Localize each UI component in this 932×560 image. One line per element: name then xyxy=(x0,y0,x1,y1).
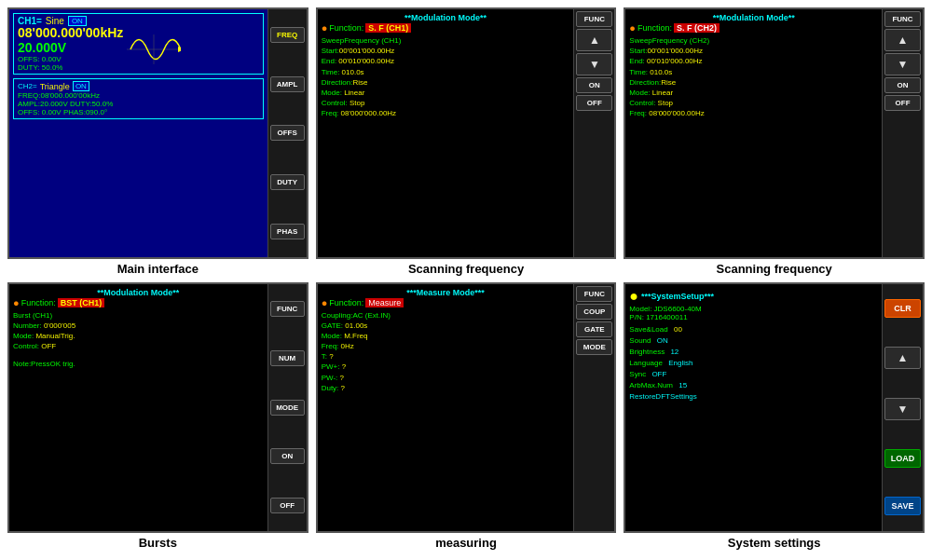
scan2-func-line: ● Function: S. F (CH2) xyxy=(629,22,878,34)
ampl-button[interactable]: AMPL xyxy=(270,76,305,92)
top-row: CH1= Sine ON 08'000.000'00kHz 20.000V OF… xyxy=(7,7,925,279)
sys-param-2-key: Brightness xyxy=(629,348,665,356)
measure-mode-btn[interactable]: MODE xyxy=(576,339,612,355)
measure-param-2: Freq: 0Hz xyxy=(322,341,570,351)
sys-param-0: Save&Load 00 xyxy=(629,324,878,335)
scanning-freq-2-screen: **Modulation Mode** ● Function: S. F (CH… xyxy=(624,7,925,259)
freq-button[interactable]: FREQ xyxy=(270,27,305,43)
measure-param-1: Mode: M.Freq xyxy=(322,331,570,341)
scan2-param-0: Start:00'001'000.00Hz xyxy=(629,46,878,56)
measure-func-btn[interactable]: FUNC xyxy=(576,286,612,302)
bursts-screen: **Modulation Mode** ● Function: BST (CH1… xyxy=(7,282,308,534)
scan2-down-btn[interactable]: ▼ xyxy=(884,53,921,75)
main-interface-screen: CH1= Sine ON 08'000.000'00kHz 20.000V OF… xyxy=(7,7,308,259)
measure-param-4: PW+: ? xyxy=(322,362,570,372)
main-buttons: FREQ AMPL OFFS DUTY PHAS xyxy=(267,9,307,257)
scanning-freq-2-panel: **Modulation Mode** ● Function: S. F (CH… xyxy=(624,7,925,279)
scan1-func-btn[interactable]: FUNC xyxy=(576,11,612,27)
scan2-title: **Modulation Mode** xyxy=(629,13,878,22)
sys-param-3-key: Language xyxy=(629,359,663,367)
sys-param-2-val: 12 xyxy=(670,348,678,356)
measure-coup-btn[interactable]: COUP xyxy=(576,304,612,320)
burst-content: **Modulation Mode** ● Function: BST (CH1… xyxy=(9,284,267,532)
sys-down-btn[interactable]: ▼ xyxy=(884,398,921,420)
system-content: ● ***SystemSetup*** Model: JDS6600-40M P… xyxy=(625,284,882,532)
measuring-panel: ***Measure Mode*** ● Function: Measure C… xyxy=(316,282,617,553)
scan2-off-btn[interactable]: OFF xyxy=(884,95,921,111)
ch2-waveform: Triangle xyxy=(40,82,70,91)
burst-func-sub: Burst (CH1) xyxy=(13,310,264,321)
main-screen-content: CH1= Sine ON 08'000.000'00kHz 20.000V OF… xyxy=(9,9,267,257)
burst-param-1: Mode: ManualTrig. xyxy=(13,331,264,341)
scan2-param-5: Control: Stop xyxy=(629,98,878,108)
scan1-on-btn[interactable]: ON xyxy=(576,77,612,93)
sys-save-btn[interactable]: SAVE xyxy=(884,497,921,515)
measuring-screen: ***Measure Mode*** ● Function: Measure C… xyxy=(316,282,617,534)
scan1-content: **Modulation Mode** ● Function: S. F (CH… xyxy=(318,9,574,257)
sys-param-0-val: 00 xyxy=(674,325,682,334)
measure-params: GATE: 01.00s Mode: M.Freq Freq: 0Hz T: ?… xyxy=(322,321,570,393)
scan1-func-line: ● Function: S. F (CH1) xyxy=(322,22,570,34)
scan2-buttons: FUNC ▲ ▼ ON OFF xyxy=(882,9,923,257)
ch2-line1: FREQ:08'000.000'00kHz xyxy=(18,91,259,100)
sys-load-btn[interactable]: LOAD xyxy=(884,449,921,468)
sys-params: Save&Load 00 Sound ON Brightness 12 La xyxy=(629,324,878,403)
sys-param-5: ArbMax.Num 15 xyxy=(629,380,878,391)
scan1-dot: ● xyxy=(322,22,328,34)
system-screen: ● ***SystemSetup*** Model: JDS6600-40M P… xyxy=(624,282,925,534)
measure-func-line: ● Function: Measure xyxy=(322,297,570,308)
burst-note: Note:PressOK trig. xyxy=(13,359,264,369)
burst-mode-btn[interactable]: MODE xyxy=(270,400,305,416)
main-interface-panel: CH1= Sine ON 08'000.000'00kHz 20.000V OF… xyxy=(7,7,308,279)
ch2-on-badge: ON xyxy=(73,81,89,91)
scan2-func-btn[interactable]: FUNC xyxy=(884,11,921,27)
scan1-param-6: Freq: 08'000'000.00Hz xyxy=(322,108,570,118)
scan1-param-0: Start:00'001'000.00Hz xyxy=(322,46,570,56)
burst-off-btn[interactable]: OFF xyxy=(270,498,305,513)
measure-content: ***Measure Mode*** ● Function: Measure C… xyxy=(318,284,574,532)
sys-up-btn[interactable]: ▲ xyxy=(884,347,921,369)
scan1-up-btn[interactable]: ▲ xyxy=(576,29,612,51)
measure-title: ***Measure Mode*** xyxy=(322,288,570,297)
scan2-up-btn[interactable]: ▲ xyxy=(884,29,921,51)
scan1-func-val: S. F (CH1) xyxy=(365,23,411,33)
bursts-panel: **Modulation Mode** ● Function: BST (CH1… xyxy=(7,282,308,553)
measure-func-val: Measure xyxy=(365,298,404,307)
scan1-param-2: Time: 010.0s xyxy=(322,67,570,77)
burst-buttons: FUNC NUM MODE ON OFF xyxy=(267,284,307,532)
ch1-freq: 08'000.000'00kHz xyxy=(18,26,123,40)
measure-gate-btn[interactable]: GATE xyxy=(576,321,612,337)
burst-params: Number: 0'000'005 Mode: ManualTrig. Cont… xyxy=(13,321,264,370)
scanning-freq-1-panel: **Modulation Mode** ● Function: S. F (CH… xyxy=(316,7,617,279)
scan2-param-2: Time: 010.0s xyxy=(629,67,878,77)
sys-param-5-val: 15 xyxy=(678,381,687,389)
app-container: CH1= Sine ON 08'000.000'00kHz 20.000V OF… xyxy=(0,0,932,560)
phas-button[interactable]: PHAS xyxy=(270,224,305,239)
measure-param-5: PW-: ? xyxy=(322,373,570,383)
sys-clr-btn[interactable]: CLR xyxy=(884,299,921,318)
offs-button[interactable]: OFFS xyxy=(270,125,305,141)
scan1-func-label: Function: xyxy=(329,23,363,33)
ch1-duty: DUTY: 50.0% xyxy=(18,63,123,72)
duty-button[interactable]: DUTY xyxy=(270,174,305,190)
scan1-down-btn[interactable]: ▼ xyxy=(576,53,612,75)
scan2-param-1: End: 00'010'000.00Hz xyxy=(629,56,878,66)
sys-bullet: ● xyxy=(629,288,638,305)
scan2-on-btn[interactable]: ON xyxy=(884,77,921,93)
burst-func-val: BST (CH1) xyxy=(58,298,105,307)
measure-param-0: GATE: 01.00s xyxy=(322,321,570,331)
sys-param-1-key: Sound xyxy=(629,336,651,345)
ch2-line2: AMPL:20.000V DUTY:50.0% xyxy=(18,100,259,108)
scanning-freq-1-caption: Scanning frequency xyxy=(408,259,524,279)
measure-dot: ● xyxy=(322,297,328,308)
burst-on-btn[interactable]: ON xyxy=(270,448,305,464)
measure-param-6: Duty: ? xyxy=(322,383,570,393)
burst-dot: ● xyxy=(13,297,20,308)
scan1-off-btn[interactable]: OFF xyxy=(576,95,612,111)
sys-param-1: Sound ON xyxy=(629,335,878,347)
burst-num-btn[interactable]: NUM xyxy=(270,350,305,366)
scan1-param-1: End: 00'010'000.00Hz xyxy=(322,56,570,66)
ch1-section: CH1= Sine ON 08'000.000'00kHz 20.000V OF… xyxy=(13,13,264,75)
burst-func-btn[interactable]: FUNC xyxy=(270,301,305,317)
measure-param-3: T: ? xyxy=(322,351,570,362)
